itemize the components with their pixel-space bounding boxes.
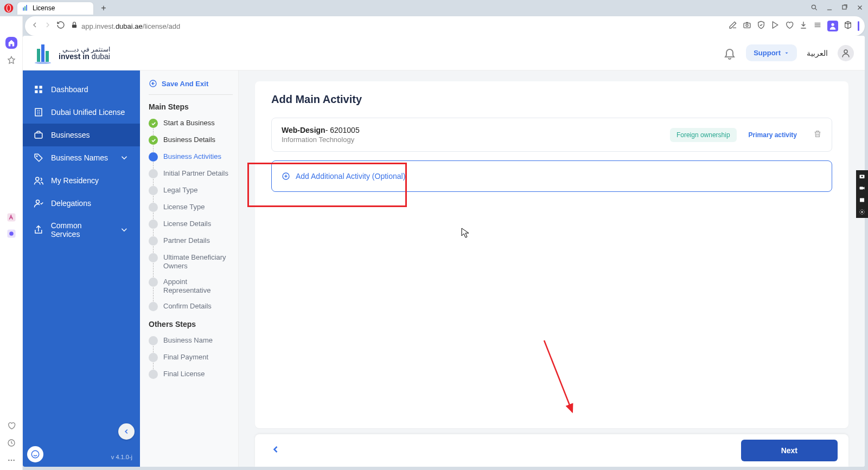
step-item[interactable]: Initial Partner Details (149, 169, 233, 186)
step-item[interactable]: Partner Details (149, 236, 233, 253)
new-tab-button[interactable]: + (98, 2, 110, 14)
sidebar-label: Common Services (51, 221, 112, 239)
step-item[interactable]: Business Details (149, 136, 233, 152)
svg-rect-39 (860, 187, 864, 190)
chat-bubble-icon[interactable] (27, 446, 43, 462)
rail-home-icon[interactable] (5, 37, 17, 49)
sidebar-label: Dubai Unified License (51, 108, 125, 117)
rail-heart-icon[interactable] (5, 420, 17, 432)
step-item[interactable]: Ultimate Beneficiary Owners (149, 253, 233, 278)
step-item[interactable]: Confirm Details (149, 302, 233, 314)
activity-name: Web-Design- 6201005 (282, 126, 670, 134)
profile-badge-icon[interactable] (827, 21, 838, 31)
user-check-icon (34, 198, 43, 208)
svg-rect-7 (843, 5, 846, 9)
svg-rect-29 (35, 133, 42, 138)
logo-text: استثمر في دبـــي invest in dubai (59, 46, 110, 60)
svg-point-41 (861, 211, 863, 213)
camera-icon[interactable] (743, 21, 751, 31)
chevron-down-icon (119, 225, 129, 235)
tool-gear-icon[interactable] (856, 206, 868, 218)
step-item[interactable]: Start a Business (149, 119, 233, 136)
rail-app2-icon[interactable] (5, 228, 17, 240)
building-icon (34, 107, 43, 117)
step-dot-icon (149, 152, 158, 162)
page-title: Add Main Activity (271, 93, 832, 106)
svg-point-22 (35, 62, 51, 64)
step-dot-icon (149, 353, 158, 362)
sidebar-toggle-icon[interactable] (858, 21, 859, 31)
nav-reload-icon[interactable] (56, 21, 65, 31)
svg-rect-25 (40, 86, 42, 88)
briefcase-icon (34, 130, 43, 140)
address-bar[interactable]: app.invest.dubai.ae/license/add (25, 16, 865, 36)
sidebar-collapse-button[interactable] (118, 423, 135, 440)
sidebar-item-delegations[interactable]: Delegations (23, 192, 140, 215)
play-icon[interactable] (771, 21, 780, 31)
app-logo[interactable]: استثمر في دبـــي invest in dubai (34, 42, 110, 64)
svg-rect-24 (35, 86, 37, 88)
cube-icon[interactable] (844, 21, 852, 31)
tool-window-icon[interactable] (856, 194, 868, 206)
step-item[interactable]: Final Payment (149, 353, 233, 370)
sidebar-item-dashboard[interactable]: Dashboard (23, 78, 140, 101)
sidebar-item-residency[interactable]: My Residency (23, 169, 140, 192)
tool-video-icon[interactable] (856, 182, 868, 194)
heart-icon[interactable] (785, 21, 794, 31)
lock-icon[interactable] (71, 21, 78, 31)
maximize-icon[interactable] (841, 4, 848, 13)
step-item[interactable]: Business Name (149, 336, 233, 353)
rail-more-icon[interactable] (5, 454, 17, 466)
step-dot-icon (149, 203, 158, 212)
back-button[interactable] (266, 440, 285, 461)
download-icon[interactable] (799, 21, 808, 31)
app-header: استثمر في دبـــي invest in dubai Support… (23, 36, 865, 70)
add-activity-label: Add Additional Activity (Optional) (296, 172, 405, 181)
others-steps-heading: Others Steps (149, 320, 233, 329)
svg-point-17 (10, 460, 12, 461)
app-body: Dashboard Dubai Unified License Business… (23, 70, 865, 467)
edit-icon[interactable] (729, 21, 737, 31)
avatar-button[interactable] (838, 45, 854, 61)
delete-activity-icon[interactable] (813, 130, 822, 140)
rail-app1-icon[interactable] (5, 211, 17, 223)
language-toggle[interactable]: العربية (807, 49, 828, 57)
next-button[interactable]: Next (741, 440, 838, 461)
browser-tab[interactable]: License (17, 2, 93, 15)
rail-star-icon[interactable] (5, 54, 17, 66)
sidebar-item-license[interactable]: Dubai Unified License (23, 101, 140, 124)
activity-card: Web-Design- 6201005 Information Technolo… (271, 118, 832, 152)
save-exit-label: Save And Exit (162, 80, 208, 88)
search-icon[interactable] (810, 4, 818, 13)
add-activity-button[interactable]: Add Additional Activity (Optional) (271, 160, 832, 192)
footer-nav: Next (255, 434, 848, 467)
rail-history-icon[interactable] (5, 437, 17, 449)
step-item[interactable]: Business Activities (149, 152, 233, 169)
plus-circle-icon (282, 172, 290, 181)
svg-point-23 (844, 50, 847, 53)
shield-check-icon[interactable] (757, 21, 765, 31)
browser-left-rail (0, 16, 23, 470)
step-item[interactable]: License Type (149, 203, 233, 220)
sidebar-item-businesses[interactable]: Businesses (23, 124, 140, 146)
nav-back-icon[interactable] (30, 21, 39, 31)
steps-panel: Save And Exit Main Steps Start a Busines… (140, 70, 239, 467)
nav-forward-icon[interactable] (43, 21, 52, 31)
menu-lines-icon[interactable] (813, 21, 822, 31)
sidebar-item-common[interactable]: Common Services (23, 215, 140, 245)
arrow-left-circle-icon (149, 79, 157, 88)
browser-tab-strip: License + (0, 0, 868, 16)
save-exit-button[interactable]: Save And Exit (149, 79, 233, 95)
step-item[interactable]: Final License (149, 370, 233, 382)
svg-rect-26 (35, 91, 37, 93)
sidebar-item-names[interactable]: Business Names (23, 146, 140, 169)
notifications-icon[interactable] (723, 47, 736, 60)
close-icon[interactable] (856, 4, 864, 13)
step-dot-icon (149, 336, 158, 345)
support-button[interactable]: Support (746, 44, 797, 61)
tool-camera-icon[interactable] (856, 170, 868, 182)
step-item[interactable]: License Details (149, 220, 233, 236)
step-item[interactable]: Legal Type (149, 186, 233, 203)
step-item[interactable]: Appoint Representative (149, 278, 233, 302)
minimize-icon[interactable] (826, 4, 833, 13)
